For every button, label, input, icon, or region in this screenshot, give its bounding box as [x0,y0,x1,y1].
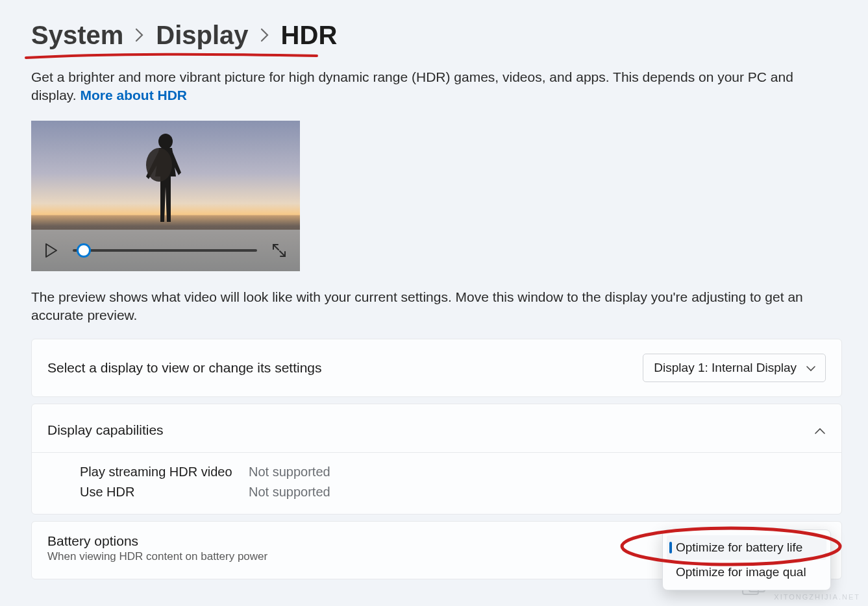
video-controls [31,230,300,271]
hdr-description: Get a brighter and more vibrant picture … [31,68,836,105]
breadcrumb-current: HDR [281,21,338,50]
chevron-up-icon [814,422,826,438]
display-capabilities-title: Display capabilities [47,422,164,438]
preview-caption: The preview shows what video will look l… [31,288,836,325]
cap-row-value: Not supported [249,485,826,500]
display-capabilities-card: Display capabilities Play streaming HDR … [31,404,842,515]
dropdown-item-label: Optimize for battery life [676,540,802,554]
svg-point-0 [158,134,173,149]
battery-options-title: Battery options [47,533,267,549]
more-about-hdr-link[interactable]: More about HDR [80,88,187,103]
dropdown-item-label: Optimize for image qual [676,565,806,579]
fullscreen-icon[interactable] [271,243,287,258]
svg-point-1 [146,148,172,182]
hdr-preview-video[interactable] [31,121,300,271]
battery-options-dropdown[interactable]: Optimize for battery life Optimize for i… [662,529,831,590]
chevron-down-icon [806,361,816,375]
dropdown-item-battery-life[interactable]: Optimize for battery life [667,535,826,560]
cap-row-value: Not supported [249,465,826,479]
dropdown-item-image-quality[interactable]: Optimize for image qual [667,560,826,585]
breadcrumb-system[interactable]: System [31,21,123,50]
display-select-card: Select a display to view or change its s… [31,339,842,397]
watermark-text-en: XITONGZHIJIA.NET [774,593,860,601]
video-seek-slider[interactable] [73,249,257,252]
battery-options-card: Battery options When viewing HDR content… [31,521,842,579]
breadcrumb: System Display HDR [31,21,842,50]
display-capabilities-header[interactable]: Display capabilities [32,404,841,453]
annotation-underline [25,52,318,61]
chevron-right-icon [135,27,144,47]
battery-options-subtitle: When viewing HDR content on battery powe… [47,550,267,563]
breadcrumb-display[interactable]: Display [156,21,248,50]
display-select-label: Select a display to view or change its s… [47,360,322,376]
play-icon[interactable] [44,243,58,258]
video-thumbnail-figure [140,131,192,228]
slider-thumb[interactable] [77,243,91,258]
chevron-right-icon [260,27,269,47]
display-select-dropdown[interactable]: Display 1: Internal Display [643,354,826,382]
cap-row-label: Use HDR [80,485,249,500]
cap-row-label: Play streaming HDR video [80,465,249,479]
display-select-value: Display 1: Internal Display [654,361,797,374]
